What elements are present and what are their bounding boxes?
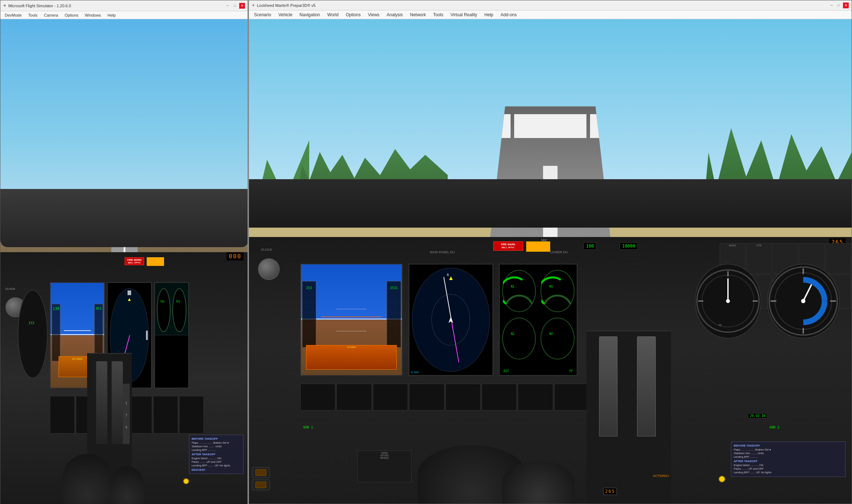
msfs-yoke-right: [109, 466, 144, 504]
p3d-viewport: FIRE WARN BELL OPTIC MIC MAIN PANEL DU L…: [249, 19, 852, 504]
p3d-checklist: BEFORE TAKEOFF Flaps .... ............. …: [731, 441, 845, 477]
p3d-dashboard: FIRE WARN BELL OPTIC MIC MAIN PANEL DU L…: [249, 237, 852, 504]
msfs-fire-warn: FIRE WARN BELL OPTIC: [125, 257, 145, 266]
msfs-menu-options[interactable]: Options: [62, 12, 81, 18]
p3d-amber-status-dot: [719, 476, 725, 482]
svg-point-7: [801, 299, 806, 303]
msfs-menu-tools[interactable]: Tools: [25, 12, 40, 18]
msfs-viewport: FIRE WARN BELL OPTIC 000 CLOCK: [0, 19, 249, 504]
checklist-after-takeoff-header: AFTER TAKEOFF: [192, 453, 241, 456]
p3d-menu-vehicle[interactable]: Vehicle: [275, 12, 295, 18]
p3d-mic-label: MIC: [541, 238, 547, 242]
checklist-descent-header: DESCENT: [192, 468, 241, 471]
p3d-checklist-before-takeoff: BEFORE TAKEOFF: [733, 444, 843, 447]
p3d-window: ✈ Lockheed Martin® Prepar3D® v5 ─ □ ✕ Sc…: [248, 0, 852, 504]
bell-optic-label: BELL OPTIC: [126, 262, 143, 264]
msfs-checklist: BEFORE TAKEOFF Flaps .... ............. …: [189, 435, 244, 474]
p3d-speed-display: 100: [584, 242, 597, 250]
p3d-menu-tools[interactable]: Tools: [430, 12, 446, 18]
p3d-throttle: 265 ACTIONS>: [586, 331, 671, 504]
p3d-altitude-display: 10000: [620, 242, 638, 250]
msfs-window-controls: ─ □ ✕: [225, 3, 245, 9]
msfs-amber-status-dot: [183, 478, 189, 484]
p3d-menu-virtual-reality[interactable]: Virtual Reality: [448, 12, 480, 18]
msfs-glareshield: [0, 189, 249, 247]
p3d-vor1-label: VOR 1: [303, 426, 313, 429]
p3d-close-button[interactable]: ✕: [843, 3, 849, 8]
msfs-titlebar: ✈ Microsoft Flight Simulator - 1.20.6.0 …: [0, 0, 248, 11]
p3d-menu-options[interactable]: Options: [343, 12, 363, 18]
p3d-pfd-left: 153 1531 N179WN: [300, 264, 403, 376]
svg-point-15: [726, 299, 730, 303]
checklist-before-takeoff-header: BEFORE TAKEOFF: [192, 437, 241, 440]
p3d-title: ✈ Lockheed Martin® Prepar3D® v5: [252, 3, 315, 8]
msfs-menu-camera[interactable]: Camera: [41, 12, 61, 18]
p3d-speed-brake-area: WINDSPEEDBRAKE: [357, 451, 412, 483]
msfs-close-button[interactable]: ✕: [239, 3, 245, 9]
p3d-menubar: Scenario Vehicle Navigation World Option…: [249, 10, 852, 19]
p3d-maximize-button[interactable]: □: [836, 3, 842, 8]
msfs-asi: 153: [18, 290, 47, 378]
p3d-small-instruments-row: [300, 384, 590, 410]
p3d-menu-world[interactable]: World: [324, 12, 341, 18]
p3d-glareshield: [249, 179, 852, 228]
p3d-titlebar: ✈ Lockheed Martin® Prepar3D® v5 ─ □ ✕: [249, 0, 852, 10]
msfs-menubar: DevMode Tools Camera Options Windows Hel…: [0, 11, 248, 19]
p3d-title-text: Lockheed Martin® Prepar3D® v5: [257, 3, 315, 8]
fire-warn-label: FIRE WARN: [126, 258, 143, 262]
window-divider: [248, 0, 249, 504]
p3d-landing-gear-buttons: [252, 467, 270, 490]
p3d-clock-label: CLOCK: [261, 248, 272, 251]
p3d-menu-views[interactable]: Views: [365, 12, 382, 18]
msfs-title-text: Microsoft Flight Simulator - 1.20.6.0: [8, 4, 71, 8]
msfs-clock-label: CLOCK: [5, 287, 16, 290]
p3d-menu-navigation[interactable]: Navigation: [297, 12, 323, 18]
msfs-menu-help[interactable]: Help: [104, 12, 119, 18]
msfs-eicas: N1 N1: [154, 282, 189, 388]
p3d-clock-knob[interactable]: [258, 258, 280, 280]
p3d-menu-analysis[interactable]: Analysis: [384, 12, 406, 18]
p3d-lower-du-label: LOWER DU: [550, 250, 568, 254]
p3d-window-controls: ─ □ ✕: [829, 3, 849, 8]
p3d-menu-add-ons[interactable]: Add-ons: [498, 12, 520, 18]
p3d-menu-scenario[interactable]: Scenario: [251, 12, 274, 18]
p3d-nd: N 0.024: [409, 264, 493, 376]
p3d-vor2-label: VOR 2: [770, 426, 779, 429]
msfs-seg-display: 000: [227, 252, 244, 260]
msfs-maximize-button[interactable]: □: [232, 3, 238, 9]
msfs-yoke-left: [63, 454, 112, 504]
msfs-title: ✈ Microsoft Flight Simulator - 1.20.6.0: [3, 4, 71, 8]
msfs-minimize-button[interactable]: ─: [225, 3, 231, 9]
p3d-yoke-right: [502, 461, 575, 504]
p3d-eicas: N1 N1 N2: [499, 264, 577, 376]
msfs-menu-windows[interactable]: Windows: [82, 12, 104, 18]
p3d-menu-network[interactable]: Network: [407, 12, 429, 18]
p3d-amber-indicator: [526, 241, 550, 252]
p3d-altimeter: [767, 264, 839, 339]
p3d-vsi: 10·: [695, 264, 761, 339]
p3d-minimize-button[interactable]: ─: [829, 3, 834, 8]
p3d-fire-warn: FIRE WARN BELL OPTIC: [493, 241, 523, 251]
msfs-dashboard: FIRE WARN BELL OPTIC 000 CLOCK: [0, 252, 249, 504]
p3d-checklist-after-takeoff: AFTER TAKEOFF: [733, 460, 843, 463]
msfs-window: ✈ Microsoft Flight Simulator - 1.20.6.0 …: [0, 0, 248, 504]
msfs-amber-light: [147, 257, 164, 266]
p3d-main-panel-du-label: MAIN PANEL DU: [430, 250, 455, 254]
p3d-menu-help[interactable]: Help: [482, 12, 496, 18]
msfs-menu-devmode[interactable]: DevMode: [2, 12, 25, 18]
p3d-baro-setting: 29.92 IN: [748, 413, 767, 418]
